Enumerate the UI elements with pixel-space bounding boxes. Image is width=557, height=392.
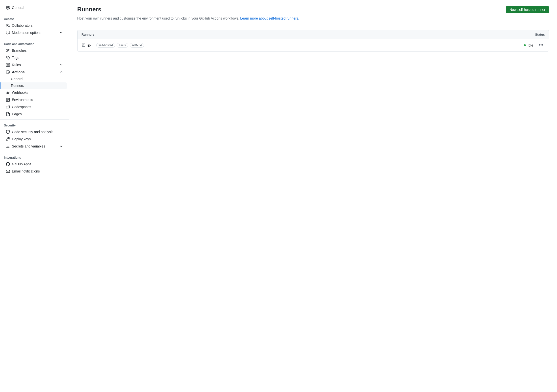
branch-icon: [6, 49, 10, 52]
tag-icon: [6, 56, 10, 60]
sidebar-sub-actions-runners[interactable]: Runners: [0, 82, 67, 89]
sidebar: General Access Collaborators Moderation …: [0, 0, 69, 392]
runner-status: Idle: [528, 43, 533, 47]
sidebar-item-label: Moderation options: [12, 31, 41, 35]
sidebar-item-label: Codespaces: [12, 105, 31, 109]
sidebar-item-tags[interactable]: Tags: [2, 54, 67, 61]
sidebar-item-rules[interactable]: Rules: [2, 61, 67, 68]
col-runners: Runners: [81, 33, 95, 36]
runner-icon: [81, 43, 85, 47]
sidebar-section-access: Access: [0, 15, 69, 22]
runner-tag-self-hosted: self-hosted: [96, 43, 115, 48]
key-icon: [6, 137, 10, 141]
chevron-down-icon: [59, 31, 63, 35]
app-icon: [6, 162, 10, 166]
sidebar-item-label: Code security and analysis: [12, 130, 53, 134]
sidebar-item-label: Tags: [12, 56, 19, 60]
sidebar-item-general[interactable]: General: [2, 4, 67, 11]
actions-icon: [6, 70, 10, 74]
runners-table: Runners Status ip- self-hosted Linux ARM…: [77, 30, 549, 51]
runner-tag-linux: Linux: [117, 43, 128, 48]
sidebar-item-label: Actions: [12, 70, 25, 74]
sidebar-item-pages[interactable]: Pages: [2, 111, 67, 118]
secret-icon: [6, 144, 10, 148]
runner-name: ip-: [87, 43, 91, 47]
email-icon: [6, 169, 10, 173]
report-icon: [6, 31, 10, 35]
sidebar-sub-actions-general[interactable]: General: [2, 76, 67, 82]
learn-more-link[interactable]: Learn more about self-hosted runners.: [240, 16, 299, 20]
environments-icon: [6, 98, 10, 102]
sidebar-section-code-automation: Code and automation: [0, 40, 69, 47]
sidebar-item-actions[interactable]: Actions: [2, 69, 67, 75]
sidebar-item-environments[interactable]: Environments: [2, 96, 67, 103]
sidebar-item-label: Email notifications: [12, 169, 40, 173]
sidebar-item-label: Environments: [12, 98, 33, 102]
shield-icon: [6, 130, 10, 134]
status-indicator: [524, 44, 526, 46]
runner-tags: self-hosted Linux ARM64: [96, 43, 144, 48]
sidebar-item-label: Secrets and variables: [12, 144, 45, 148]
sidebar-item-webhooks[interactable]: Webhooks: [2, 89, 67, 96]
sidebar-sub-item-label: Runners: [11, 84, 24, 88]
sidebar-section-integrations: Integrations: [0, 154, 69, 160]
runner-name-col: ip- self-hosted Linux ARM64: [81, 43, 515, 48]
sidebar-item-label: Collaborators: [12, 24, 32, 27]
sidebar-item-secrets[interactable]: Secrets and variables: [2, 143, 67, 150]
runners-table-header: Runners Status: [77, 30, 549, 39]
sidebar-item-email-notifications[interactable]: Email notifications: [2, 168, 67, 175]
chevron-down-icon: [59, 144, 63, 148]
more-icon: •••: [539, 43, 543, 48]
runner-more-button[interactable]: •••: [537, 42, 545, 48]
rule-icon: [6, 63, 10, 67]
sidebar-item-label: GitHub Apps: [12, 162, 31, 166]
people-icon: [6, 24, 10, 27]
gear-icon: [6, 6, 10, 10]
main-content: Runners Host your own runners and custom…: [69, 0, 557, 392]
codespaces-icon: [6, 105, 10, 109]
sidebar-item-collaborators[interactable]: Collaborators: [2, 22, 67, 29]
sidebar-item-codespaces[interactable]: Codespaces: [2, 103, 67, 110]
sidebar-item-label: Branches: [12, 49, 26, 52]
pages-icon: [6, 112, 10, 116]
col-status: Status: [535, 33, 545, 36]
sidebar-item-github-apps[interactable]: GitHub Apps: [2, 161, 67, 168]
chevron-up-icon: [59, 70, 63, 74]
sidebar-item-deploy-keys[interactable]: Deploy keys: [2, 136, 67, 143]
sidebar-item-label: Pages: [12, 112, 22, 116]
chevron-down-icon: [59, 63, 63, 67]
runner-tag-arm64: ARM64: [130, 43, 144, 48]
page-title: Runners: [77, 6, 299, 13]
sidebar-sub-item-label: General: [11, 77, 23, 81]
sidebar-item-label: Rules: [12, 63, 21, 67]
sidebar-section-security: Security: [0, 122, 69, 128]
runner-status-col: Idle •••: [515, 42, 545, 48]
sidebar-item-label: Webhooks: [12, 91, 28, 95]
sidebar-general-label: General: [12, 6, 24, 10]
sidebar-item-code-security[interactable]: Code security and analysis: [2, 128, 67, 135]
new-self-hosted-runner-button[interactable]: New self-hosted runner: [506, 6, 549, 13]
webhook-icon: [6, 91, 10, 95]
sidebar-item-branches[interactable]: Branches: [2, 47, 67, 54]
table-row: ip- self-hosted Linux ARM64 Idle •••: [77, 39, 549, 51]
sidebar-item-label: Deploy keys: [12, 137, 31, 141]
sidebar-item-moderation[interactable]: Moderation options: [2, 29, 67, 36]
page-description: Host your own runners and customize the …: [77, 16, 299, 21]
